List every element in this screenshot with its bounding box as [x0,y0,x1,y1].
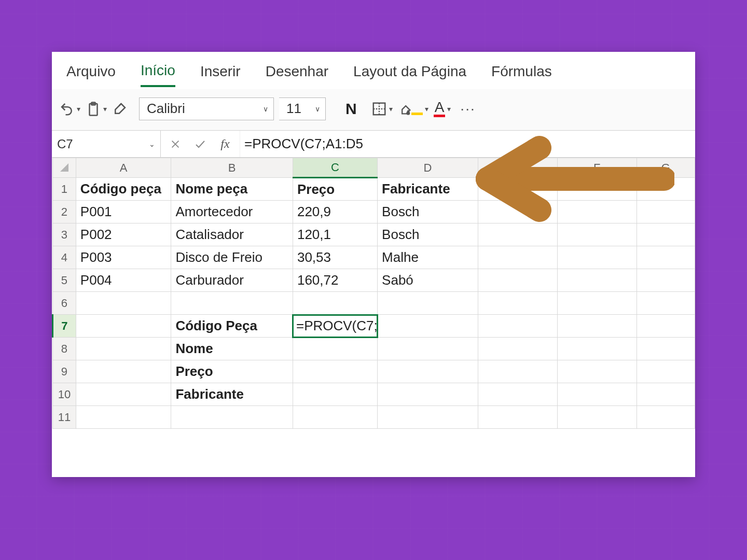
font-family-select[interactable]: Calibri ∨ [139,97,274,120]
cell-B3[interactable]: Catalisador [171,223,293,246]
row-header-6[interactable]: 6 [53,292,76,315]
cell-G10[interactable] [637,383,695,406]
cell-C8[interactable] [293,338,377,360]
cell-F2[interactable] [557,201,637,223]
tab-inserir[interactable]: Inserir [200,63,241,86]
font-size-select[interactable]: 11 ∨ [279,97,326,120]
cell-B1[interactable]: Nome peça [171,178,293,201]
cell-E10[interactable] [478,383,557,406]
cell-E6[interactable] [478,292,557,315]
tab-layout[interactable]: Layout da Página [353,63,466,86]
cell-G11[interactable] [637,406,695,429]
cell-G2[interactable] [637,201,695,223]
cell-G7[interactable] [637,315,695,338]
cell-G5[interactable] [637,269,695,292]
cell-F3[interactable] [557,223,637,246]
row-header-3[interactable]: 3 [53,223,76,246]
paste-button[interactable]: ▾ [86,99,107,119]
tab-desenhar[interactable]: Desenhar [266,63,328,86]
fill-color-button[interactable]: ▾ [398,99,428,119]
cell-C4[interactable]: 30,53 [293,246,377,269]
row-header-9[interactable]: 9 [53,360,76,383]
cell-D11[interactable] [378,406,478,429]
cell-E1[interactable] [478,178,557,201]
cell-D10[interactable] [378,383,478,406]
spreadsheet-grid[interactable]: A B C D E F G 1 Código peça Nome peça Pr… [52,158,695,429]
cell-A10[interactable] [76,383,171,406]
cell-G6[interactable] [637,292,695,315]
col-header-A[interactable]: A [76,158,171,178]
cell-F4[interactable] [557,246,637,269]
cell-A7[interactable] [76,315,171,338]
cell-D7[interactable] [378,315,478,338]
cell-F11[interactable] [557,406,637,429]
font-color-button[interactable]: A ▾ [434,99,451,119]
col-header-C[interactable]: C [293,158,377,178]
cell-D5[interactable]: Sabó [378,269,478,292]
cell-B11[interactable] [171,406,293,429]
cell-C9[interactable] [293,360,377,383]
cell-A9[interactable] [76,360,171,383]
cell-E2[interactable] [478,201,557,223]
cell-F6[interactable] [557,292,637,315]
overflow-menu-button[interactable]: ··· [460,101,475,117]
cell-C10[interactable] [293,383,377,406]
col-header-F[interactable]: F [557,158,637,178]
cell-E4[interactable] [478,246,557,269]
col-header-D[interactable]: D [378,158,478,178]
cell-G1[interactable] [637,178,695,201]
cell-B2[interactable]: Amortecedor [171,201,293,223]
cell-C1[interactable]: Preço [293,178,377,201]
cell-E9[interactable] [478,360,557,383]
cell-G9[interactable] [637,360,695,383]
cell-B4[interactable]: Disco de Freio [171,246,293,269]
row-header-11[interactable]: 11 [53,406,76,429]
row-header-10[interactable]: 10 [53,383,76,406]
row-header-5[interactable]: 5 [53,269,76,292]
cell-E8[interactable] [478,338,557,360]
cell-C6[interactable] [293,292,377,315]
row-header-4[interactable]: 4 [53,246,76,269]
cell-B5[interactable]: Carburador [171,269,293,292]
fx-button[interactable]: fx [217,136,233,152]
cell-A3[interactable]: P002 [76,223,171,246]
cell-C5[interactable]: 160,72 [293,269,377,292]
cell-E11[interactable] [478,406,557,429]
cell-C7[interactable]: =PROCV(C7;A1:D5 [293,315,377,338]
row-header-8[interactable]: 8 [53,338,76,360]
cell-F1[interactable] [557,178,637,201]
cell-G4[interactable] [637,246,695,269]
cell-D3[interactable]: Bosch [378,223,478,246]
cell-D8[interactable] [378,338,478,360]
name-box[interactable]: C7 ⌄ [52,131,161,157]
cell-E5[interactable] [478,269,557,292]
cell-E3[interactable] [478,223,557,246]
row-header-1[interactable]: 1 [53,178,76,201]
cell-B8[interactable]: Nome [171,338,293,360]
col-header-E[interactable]: E [478,158,557,178]
row-header-7[interactable]: 7 [53,315,76,338]
confirm-formula-button[interactable] [192,136,209,152]
cell-D1[interactable]: Fabricante [378,178,478,201]
cell-A11[interactable] [76,406,171,429]
cell-F8[interactable] [557,338,637,360]
cell-D4[interactable]: Malhe [378,246,478,269]
tab-formulas[interactable]: Fórmulas [491,63,552,86]
cell-F5[interactable] [557,269,637,292]
select-all-corner[interactable] [53,158,76,178]
cell-A1[interactable]: Código peça [76,178,171,201]
cell-A5[interactable]: P004 [76,269,171,292]
cell-C11[interactable] [293,406,377,429]
cell-D2[interactable]: Bosch [378,201,478,223]
cell-E7[interactable] [478,315,557,338]
format-painter-button[interactable] [112,99,128,119]
cell-F9[interactable] [557,360,637,383]
cell-C2[interactable]: 220,9 [293,201,377,223]
cell-G3[interactable] [637,223,695,246]
cancel-formula-button[interactable] [167,136,184,152]
cell-A6[interactable] [76,292,171,315]
undo-button[interactable]: ▾ [59,99,80,119]
cell-B10[interactable]: Fabricante [171,383,293,406]
borders-button[interactable]: ▾ [371,99,393,119]
cell-D6[interactable] [378,292,478,315]
